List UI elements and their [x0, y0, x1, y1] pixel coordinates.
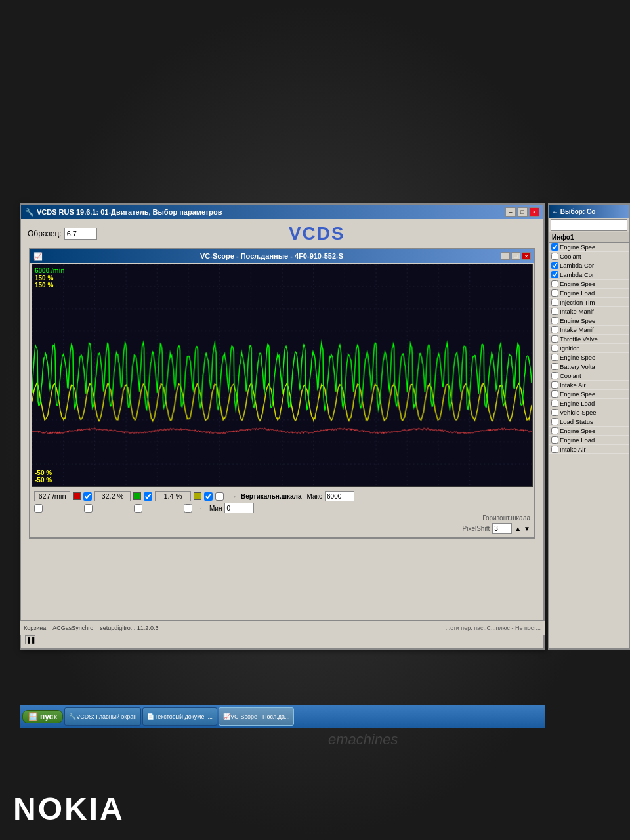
param-checkbox-22[interactable]	[551, 446, 558, 453]
obrazec-input[interactable]	[64, 228, 97, 240]
param-item: Load Status	[549, 417, 629, 427]
param-checkbox-18[interactable]	[551, 409, 558, 416]
bottom-row-3: Горизонт.шкала	[34, 514, 530, 522]
param-checkbox-14[interactable]	[551, 372, 558, 379]
vcscope-icon: 📈	[33, 252, 43, 261]
vcds-window-title: VCDS RUS 19.6.1: 01-Двигатель, Выбор пар…	[37, 208, 222, 216]
label-minus50-2: -50 %	[35, 476, 52, 484]
param-label-16: Engine Spee	[560, 390, 595, 398]
vertical-scale-label: Вертикальн.шкала	[241, 493, 302, 500]
scope-taskbar-icon: 📈	[223, 713, 230, 720]
min-label: Мин	[209, 505, 222, 512]
channel3-value: 1.4 %	[155, 491, 191, 501]
start-label: пуск	[40, 712, 57, 721]
min-value-input[interactable]	[224, 503, 254, 513]
channel2-checkbox[interactable]	[144, 492, 152, 501]
param-checkbox-1[interactable]	[551, 253, 558, 260]
max-label: Макс	[307, 493, 323, 500]
channel2-value: 32.2 %	[94, 491, 131, 501]
param-checkbox-3[interactable]	[551, 271, 558, 278]
param-label-20: Engine Spee	[560, 427, 595, 434]
scope-canvas	[32, 264, 532, 486]
emachines-watermark: emachines	[328, 731, 398, 748]
start-button[interactable]: 🪟 пуск	[22, 710, 63, 723]
taskbar-btn-vcds[interactable]: 🔧 VCDS: Главный экран	[64, 707, 141, 726]
empty-checkbox-4[interactable]	[184, 504, 192, 513]
taskbar-btn-text[interactable]: 📄 Текстовый докумен...	[142, 707, 217, 726]
param-checkbox-20[interactable]	[551, 427, 558, 434]
param-item: Engine Spee	[549, 353, 629, 362]
param-item: Vehicle Spee	[549, 408, 629, 417]
param-checkbox-11[interactable]	[551, 345, 558, 352]
empty-checkbox-1[interactable]	[34, 504, 43, 513]
vcscope-title: VC-Scope - Посл.данные - 4F0-910-552-S	[200, 252, 343, 260]
param-label-12: Engine Spee	[560, 354, 595, 361]
empty-checkbox-2[interactable]	[84, 504, 93, 513]
param-label-3: Lambda Cor	[560, 271, 594, 278]
param-item: Engine Spee	[549, 427, 629, 436]
channel1-color	[73, 492, 81, 500]
max-value-input[interactable]	[325, 491, 354, 501]
nokia-logo: NOKIA	[13, 791, 125, 827]
minimize-button[interactable]: –	[505, 207, 516, 217]
param-checkbox-17[interactable]	[551, 400, 558, 407]
param-checkbox-2[interactable]	[551, 262, 558, 269]
param-item: Engine Spee	[549, 316, 629, 326]
status-text: ...сти пер. пас.:С...плюс - Не пост...	[446, 625, 541, 631]
start-icon: 🪟	[28, 712, 38, 721]
scope-minimize-btn[interactable]: –	[501, 252, 510, 260]
param-checkbox-4[interactable]	[551, 280, 558, 287]
param-checkbox-10[interactable]	[551, 335, 558, 343]
param-item: Intake Air	[549, 445, 629, 454]
param-label-10: Throttle Valve	[560, 335, 598, 343]
param-item: Ignition	[549, 344, 629, 353]
param-label-11: Ignition	[560, 345, 580, 352]
channel3-checkbox[interactable]	[204, 492, 213, 501]
param-item: Engine Spee	[549, 243, 629, 252]
param-checkbox-5[interactable]	[551, 289, 558, 297]
vcds-main-window: 🔧 VCDS RUS 19.6.1: 01-Двигатель, Выбор п…	[20, 203, 545, 650]
param-checkbox-0[interactable]	[551, 243, 558, 251]
param-checkbox-13[interactable]	[551, 363, 558, 370]
param-checkbox-8[interactable]	[551, 317, 558, 324]
channel1-value: 627 /min	[34, 491, 70, 501]
pixel-shift-input[interactable]	[492, 523, 512, 534]
param-checkbox-9[interactable]	[551, 326, 558, 333]
obrazec-label: Образец:	[28, 229, 62, 238]
param-item: Battery Volta	[549, 362, 629, 371]
param-checkbox-7[interactable]	[551, 308, 558, 315]
pixel-shift-down-icon[interactable]: ▼	[524, 525, 530, 532]
param-item: Engine Load	[549, 399, 629, 408]
maximize-button[interactable]: □	[517, 207, 528, 217]
param-section-label: Инфо1	[549, 232, 629, 243]
label-6000: 6000 /min	[35, 267, 65, 274]
notif-setup: setupdigitro... 11.2.0.3	[100, 625, 158, 631]
param-label-8: Engine Spee	[560, 317, 595, 324]
scope-maximize-btn[interactable]: □	[511, 252, 520, 260]
label-150-1: 150 %	[35, 274, 65, 282]
bottom-row-4: ▐▐ PixelShift ▲ ▼	[34, 523, 530, 534]
pause-button[interactable]: ▐▐	[25, 635, 35, 644]
channel4-checkbox[interactable]	[215, 492, 224, 501]
param-checkbox-15[interactable]	[551, 381, 558, 388]
horiz-scale-label: Горизонт.шкала	[482, 514, 530, 522]
taskbar-btn-scope[interactable]: 📈 VC-Scope - Посл.да...	[219, 707, 295, 726]
param-checkbox-19[interactable]	[551, 418, 558, 425]
graph-labels-top: 6000 /min 150 % 150 %	[35, 267, 65, 289]
empty-checkbox-3[interactable]	[134, 504, 142, 513]
param-item: Lambda Cor	[549, 270, 629, 280]
param-checkbox-21[interactable]	[551, 436, 558, 444]
scope-close-btn[interactable]: ×	[522, 252, 531, 260]
param-checkbox-12[interactable]	[551, 354, 558, 361]
param-label-6: Injection Tim	[560, 299, 595, 306]
param-search-input[interactable]	[551, 219, 627, 231]
vcds-title: VCDS	[97, 223, 537, 244]
bottom-row-2: ← Мин	[34, 503, 530, 513]
param-checkbox-16[interactable]	[551, 390, 558, 398]
param-item: Engine Load	[549, 436, 629, 445]
channel1-checkbox[interactable]	[83, 492, 92, 501]
param-checkbox-6[interactable]	[551, 299, 558, 306]
param-label-22: Intake Air	[560, 446, 586, 453]
close-button[interactable]: ×	[529, 207, 539, 217]
pixel-shift-up-icon[interactable]: ▲	[514, 525, 521, 532]
